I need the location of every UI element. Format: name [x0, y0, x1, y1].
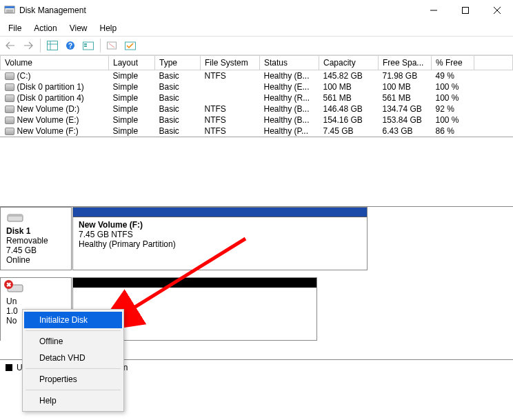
- volume-layout: Simple: [109, 92, 155, 103]
- menu-action[interactable]: Action: [28, 22, 62, 34]
- volume-name: (Disk 0 partition 4): [1, 92, 109, 103]
- maximize-button[interactable]: [450, 0, 481, 21]
- volume-capacity: 145.82 GB: [319, 70, 379, 82]
- volume-type: Basic: [155, 126, 201, 137]
- menu-item-help[interactable]: Help: [24, 392, 122, 409]
- toolbar: ?: [0, 36, 513, 55]
- drive-icon: [5, 128, 14, 135]
- volume-pct: 100 %: [432, 92, 474, 103]
- table-empty-area: [0, 137, 513, 206]
- close-button[interactable]: [481, 0, 513, 21]
- volume-pct: 86 %: [432, 126, 474, 137]
- context-menu: Initialize Disk Offline Detach VHD Prope…: [22, 309, 124, 412]
- spacer: [474, 114, 513, 126]
- spacer: [474, 81, 513, 92]
- volume-fs: [201, 92, 260, 103]
- col-pct-free[interactable]: % Free: [432, 56, 474, 70]
- menu-view[interactable]: View: [64, 22, 93, 34]
- table-row[interactable]: New Volume (D:)SimpleBasicNTFSHealthy (B…: [1, 103, 513, 114]
- col-free-space[interactable]: Free Spa...: [379, 56, 432, 70]
- volume-status: Healthy (R...: [260, 92, 319, 103]
- back-button[interactable]: [3, 38, 18, 53]
- menu-item-detach-vhd[interactable]: Detach VHD: [24, 350, 122, 366]
- volume-layout: Simple: [109, 70, 155, 82]
- drive-icon: [5, 106, 14, 113]
- col-layout[interactable]: Layout: [109, 56, 155, 70]
- volume-type: Basic: [155, 81, 201, 92]
- volume-free: 100 MB: [379, 81, 432, 92]
- volume-capacity: 154.16 GB: [319, 114, 379, 126]
- menu-separator: [26, 330, 121, 331]
- svg-rect-2: [6, 10, 13, 11]
- menu-item-offline[interactable]: Offline: [24, 333, 122, 350]
- table-row[interactable]: (Disk 0 partition 4)SimpleBasicHealthy (…: [1, 92, 513, 103]
- volume-fs: [201, 81, 260, 92]
- col-capacity[interactable]: Capacity: [319, 56, 379, 70]
- volume-free: 71.98 GB: [379, 70, 432, 82]
- volume-free: 561 MB: [379, 92, 432, 103]
- volume-table: Volume Layout Type File System Status Ca…: [0, 55, 513, 137]
- volume-type: Basic: [155, 114, 201, 126]
- help-button[interactable]: ?: [63, 38, 78, 53]
- volume-name: New Volume (F:): [1, 126, 109, 137]
- col-file-system[interactable]: File System: [201, 56, 260, 70]
- settings-button[interactable]: [105, 38, 120, 53]
- volume-status: Healthy (B...: [260, 114, 319, 126]
- volume-capacity: 100 MB: [319, 81, 379, 92]
- disk-text: Un: [6, 297, 66, 306]
- refresh-button[interactable]: [81, 38, 96, 53]
- menu-item-initialize-disk[interactable]: Initialize Disk: [24, 312, 122, 328]
- volume-free: 6.43 GB: [379, 126, 432, 137]
- table-row[interactable]: New Volume (F:)SimpleBasicNTFSHealthy (P…: [1, 126, 513, 137]
- volume-name: (Disk 0 partition 1): [1, 81, 109, 92]
- svg-rect-19: [8, 214, 23, 217]
- volume-layout: Simple: [109, 114, 155, 126]
- drive-icon: [5, 83, 14, 91]
- window-title: Disk Management: [19, 6, 86, 15]
- volume-status: Healthy (B...: [260, 103, 319, 114]
- minimize-button[interactable]: [418, 0, 450, 21]
- disk-header[interactable]: Disk 1 Removable 7.45 GB Online: [0, 207, 72, 270]
- volume-name: (C:): [1, 70, 109, 82]
- volume-type: Basic: [155, 103, 201, 114]
- col-volume[interactable]: Volume: [1, 56, 109, 70]
- disk-icon: [6, 212, 66, 226]
- volume-capacity: 7.45 GB: [319, 126, 379, 137]
- disk-row: Disk 1 Removable 7.45 GB Online New Volu…: [0, 207, 513, 270]
- table-row[interactable]: New Volume (E:)SimpleBasicNTFSHealthy (B…: [1, 114, 513, 126]
- partition[interactable]: New Volume (F:) 7.45 GB NTFS Healthy (Pr…: [72, 207, 368, 270]
- menu-item-properties[interactable]: Properties: [24, 371, 122, 388]
- forward-button[interactable]: [21, 38, 36, 53]
- volume-fs: NTFS: [201, 103, 260, 114]
- volume-capacity: 146.48 GB: [319, 103, 379, 114]
- volume-layout: Simple: [109, 81, 155, 92]
- spacer: [474, 70, 513, 82]
- table-row[interactable]: (Disk 0 partition 1)SimpleBasicHealthy (…: [1, 81, 513, 92]
- volume-type: Basic: [155, 92, 201, 103]
- volume-layout: Simple: [109, 126, 155, 137]
- drive-icon: [5, 72, 14, 80]
- volume-type: Basic: [155, 70, 201, 82]
- spacer: [474, 103, 513, 114]
- checklist-button[interactable]: [123, 38, 138, 53]
- menu-separator: [26, 368, 121, 369]
- volume-status: Healthy (P...: [260, 126, 319, 137]
- svg-rect-5: [463, 8, 469, 14]
- menubar: File Action View Help: [0, 21, 513, 36]
- volume-pct: 49 %: [432, 70, 474, 82]
- menu-help[interactable]: Help: [94, 22, 123, 34]
- disk-name: Disk 1: [6, 226, 66, 236]
- svg-rect-8: [48, 41, 58, 50]
- legend-swatch: [6, 364, 12, 371]
- menu-file[interactable]: File: [3, 22, 27, 34]
- volume-pct: 100 %: [432, 114, 474, 126]
- volume-fs: NTFS: [201, 70, 260, 82]
- col-type[interactable]: Type: [155, 56, 201, 70]
- partition-color-bar: [73, 278, 316, 288]
- layout-button[interactable]: [45, 38, 60, 53]
- table-row[interactable]: (C:)SimpleBasicNTFSHealthy (B...145.82 G…: [1, 70, 513, 82]
- partition-status: Healthy (Primary Partition): [79, 239, 361, 249]
- partition-size: 7.45 GB NTFS: [79, 230, 361, 239]
- col-status[interactable]: Status: [260, 56, 319, 70]
- drive-icon: [5, 94, 14, 102]
